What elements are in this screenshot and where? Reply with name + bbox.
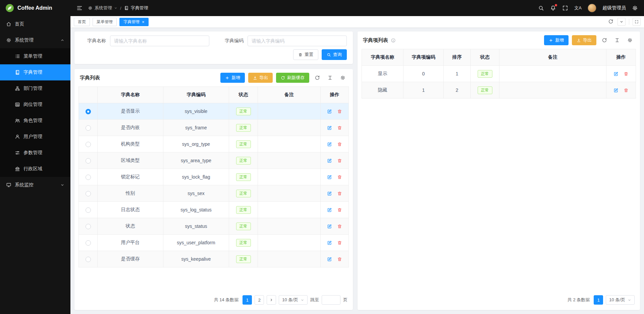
add-dict-button[interactable]: 新增 xyxy=(220,73,245,83)
delete-icon[interactable] xyxy=(622,86,630,94)
delete-icon[interactable] xyxy=(335,124,344,132)
table-row[interactable]: 区域类型 sys_area_type 正常 xyxy=(79,152,349,169)
collapse-sidebar-icon[interactable] xyxy=(76,5,83,11)
fullscreen-icon[interactable] xyxy=(562,5,568,11)
edit-icon[interactable] xyxy=(325,189,334,197)
row-radio[interactable] xyxy=(86,158,91,164)
page-size-select[interactable]: 10 条/页 xyxy=(606,295,635,305)
maximize-content-icon[interactable] xyxy=(633,18,641,26)
sidebar-item-dept-mgmt[interactable]: 部门管理 xyxy=(0,80,70,97)
add-dict-item-button[interactable]: 新增 xyxy=(544,35,569,45)
delete-icon[interactable] xyxy=(335,107,344,115)
tab-menu-mgmt[interactable]: 菜单管理 xyxy=(93,18,117,26)
column-settings-icon[interactable] xyxy=(325,73,335,82)
table-row[interactable]: 状态 sys_status 正常 xyxy=(79,218,349,235)
edit-icon[interactable] xyxy=(612,70,621,78)
delete-icon[interactable] xyxy=(335,206,344,214)
page-button-1[interactable]: 1 xyxy=(594,295,603,305)
page-button-1[interactable]: 1 xyxy=(243,295,252,305)
page-size-select[interactable]: 10 条/页 xyxy=(279,295,308,305)
edit-icon[interactable] xyxy=(325,140,334,148)
sidebar-item-role-mgmt[interactable]: 角色管理 xyxy=(0,113,70,129)
refresh-table-icon[interactable] xyxy=(600,36,609,45)
export-dict-items-button[interactable]: 导出 xyxy=(572,35,596,45)
table-header-row: 字典名称 字典编码 状态 备注 操作 xyxy=(79,87,349,103)
edit-icon[interactable] xyxy=(325,156,334,165)
refresh-table-icon[interactable] xyxy=(313,73,322,82)
table-row[interactable]: 锁定标记 sys_lock_flag 正常 xyxy=(79,169,349,185)
translate-icon[interactable]: 文A xyxy=(574,5,582,11)
reset-button[interactable]: 重置 xyxy=(293,49,318,60)
row-radio[interactable] xyxy=(86,257,91,262)
sidebar-item-home[interactable]: 首页 xyxy=(0,16,70,32)
download-icon xyxy=(253,76,257,80)
delete-icon[interactable] xyxy=(335,255,344,263)
refresh-cache-button[interactable]: 刷新缓存 xyxy=(276,73,309,83)
table-row[interactable]: 用户平台 sys_user_platform 正常 xyxy=(79,235,349,251)
breadcrumb-system[interactable]: 系统管理 xyxy=(88,5,117,11)
sidebar-item-monitor[interactable]: 系统监控 xyxy=(0,177,70,193)
table-settings-gear-icon[interactable] xyxy=(625,36,635,45)
sidebar-item-region-mgmt[interactable]: 行政区域 xyxy=(0,161,70,177)
table-row[interactable]: 是否内嵌 sys_frame 正常 xyxy=(79,120,349,136)
tab-home[interactable]: 首页 xyxy=(74,18,90,26)
row-radio[interactable] xyxy=(86,240,91,246)
sidebar-item-system[interactable]: 系统管理 xyxy=(0,32,70,48)
search-icon[interactable] xyxy=(538,5,544,11)
table-settings-gear-icon[interactable] xyxy=(338,73,347,82)
settings-gear-icon[interactable] xyxy=(632,5,638,11)
jump-page-input[interactable] xyxy=(322,295,340,305)
close-icon[interactable]: × xyxy=(142,20,145,24)
delete-icon[interactable] xyxy=(622,70,630,78)
query-button[interactable]: 查询 xyxy=(322,49,347,60)
notification-icon[interactable] xyxy=(550,5,556,11)
row-radio[interactable] xyxy=(86,207,91,213)
row-radio[interactable] xyxy=(86,175,91,180)
edit-icon[interactable] xyxy=(325,173,334,181)
edit-icon[interactable] xyxy=(325,222,334,230)
delete-icon[interactable] xyxy=(335,239,344,247)
table-row[interactable]: 隐藏 1 2 正常 xyxy=(362,82,636,99)
username[interactable]: 超级管理员 xyxy=(602,5,626,11)
breadcrumb-dict[interactable]: 字典管理 xyxy=(124,5,148,11)
delete-icon[interactable] xyxy=(335,189,344,197)
row-radio[interactable] xyxy=(86,109,91,114)
row-radio[interactable] xyxy=(86,125,91,131)
delete-icon[interactable] xyxy=(335,222,344,230)
table-row[interactable]: 性别 sys_sex 正常 xyxy=(79,185,349,202)
edit-icon[interactable] xyxy=(325,255,334,263)
export-dict-button[interactable]: 导出 xyxy=(248,73,273,83)
page-button-2[interactable]: 2 xyxy=(255,295,264,305)
sidebar-item-param-mgmt[interactable]: 参数管理 xyxy=(0,145,70,161)
delete-icon[interactable] xyxy=(335,156,344,165)
sidebar-item-user-mgmt[interactable]: 用户管理 xyxy=(0,129,70,145)
sidebar-item-menu-mgmt[interactable]: 菜单管理 xyxy=(0,48,70,64)
app-logo[interactable]: Coffee Admin xyxy=(0,0,70,16)
table-row[interactable]: 显示 0 1 正常 xyxy=(362,66,636,82)
edit-icon[interactable] xyxy=(325,107,334,115)
table-row[interactable]: 是否缓存 sys_keepalive 正常 xyxy=(79,251,349,267)
tab-dict-mgmt[interactable]: 字典管理 × xyxy=(119,18,149,26)
edit-icon[interactable] xyxy=(325,206,334,214)
edit-icon[interactable] xyxy=(325,124,334,132)
table-row[interactable]: 是否显示 sys_visible 正常 xyxy=(79,103,349,120)
column-settings-icon[interactable] xyxy=(612,36,622,45)
dict-name-input[interactable] xyxy=(110,36,209,46)
delete-icon[interactable] xyxy=(335,140,344,148)
edit-icon[interactable] xyxy=(325,239,334,247)
row-radio[interactable] xyxy=(86,191,91,196)
info-icon[interactable] xyxy=(391,38,396,43)
row-radio[interactable] xyxy=(86,224,91,229)
avatar[interactable] xyxy=(588,4,596,12)
table-row[interactable]: 日志状态 sys_log_status 正常 xyxy=(79,202,349,218)
next-page-button[interactable] xyxy=(267,295,276,305)
edit-icon[interactable] xyxy=(612,86,621,94)
sidebar-item-dict-mgmt[interactable]: 字典管理 xyxy=(0,64,70,80)
delete-icon[interactable] xyxy=(335,173,344,181)
table-row[interactable]: 机构类型 sys_org_type 正常 xyxy=(79,136,349,152)
tab-options-chevron-icon[interactable] xyxy=(618,18,626,26)
sidebar-item-post-mgmt[interactable]: 岗位管理 xyxy=(0,97,70,113)
refresh-page-icon[interactable] xyxy=(608,19,614,25)
dict-code-input[interactable] xyxy=(248,36,347,46)
row-radio[interactable] xyxy=(86,142,91,147)
